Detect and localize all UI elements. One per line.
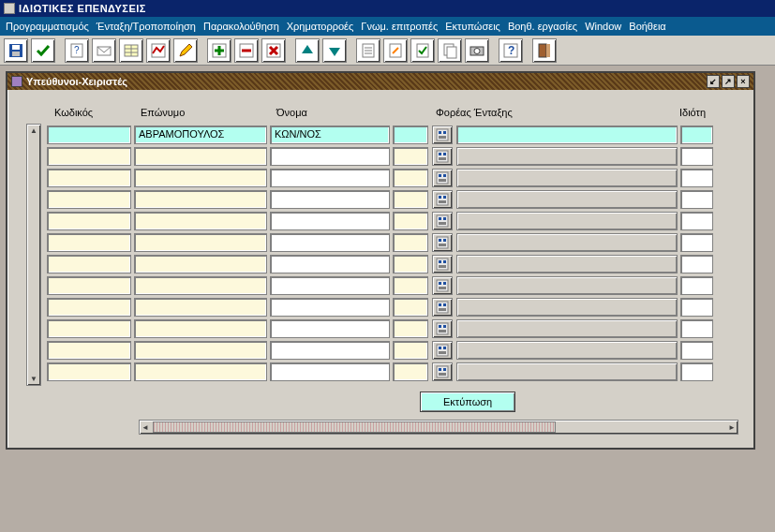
cell-name[interactable]	[270, 169, 390, 187]
menu-item[interactable]: Χρηματορροές	[287, 21, 354, 32]
cell-name[interactable]	[270, 298, 390, 317]
ok-icon[interactable]	[31, 38, 55, 63]
chart-icon[interactable]	[146, 38, 171, 63]
plus-icon[interactable]	[207, 38, 231, 63]
scroll-left-icon[interactable]: ◄	[142, 423, 149, 432]
cell-code[interactable]	[47, 319, 131, 338]
scroll-down-icon[interactable]: ▼	[30, 375, 37, 383]
cell-surname[interactable]	[134, 362, 267, 381]
arrow-down-icon[interactable]	[322, 38, 347, 63]
cell-foreias[interactable]	[456, 212, 678, 230]
cell-x1[interactable]	[393, 319, 428, 338]
cell-foreias[interactable]	[456, 298, 678, 317]
cell-idioti[interactable]	[680, 147, 713, 166]
cell-foreias[interactable]	[456, 362, 678, 381]
cell-surname[interactable]	[134, 147, 267, 166]
help-doc-icon[interactable]: ?	[65, 38, 89, 63]
lookup-button[interactable]	[432, 362, 453, 381]
cell-idioti[interactable]	[680, 212, 713, 230]
menu-item[interactable]: Γνωμ. επιτροπές	[361, 21, 438, 32]
cell-code[interactable]	[47, 233, 131, 252]
doc-edit-icon[interactable]	[383, 38, 408, 63]
cell-name[interactable]	[270, 147, 390, 166]
cell-name[interactable]	[270, 276, 390, 295]
cell-name[interactable]	[270, 190, 390, 209]
menu-item[interactable]: Βοήθεια	[629, 21, 665, 32]
cell-foreias[interactable]	[456, 126, 678, 144]
cell-name[interactable]	[270, 319, 390, 338]
cell-idioti[interactable]	[680, 362, 713, 381]
scroll-up-icon[interactable]: ▲	[30, 126, 37, 135]
cell-x1[interactable]	[393, 169, 428, 187]
lookup-button[interactable]	[432, 233, 453, 252]
cell-code[interactable]	[47, 362, 131, 381]
cell-foreias[interactable]	[456, 190, 678, 209]
cell-x1[interactable]	[393, 255, 428, 273]
scroll-right-icon[interactable]: ►	[728, 423, 736, 432]
cell-code[interactable]	[47, 190, 131, 209]
close-button[interactable]: ×	[737, 75, 750, 88]
snap-icon[interactable]	[465, 38, 489, 63]
cell-code[interactable]	[47, 298, 131, 317]
table-icon[interactable]	[119, 38, 143, 63]
cell-surname[interactable]	[134, 233, 267, 252]
cell-foreias[interactable]	[456, 255, 678, 273]
menu-item[interactable]: Ένταξη/Τροποποίηση	[97, 21, 196, 32]
minimize-button[interactable]: ↙	[707, 75, 720, 88]
minus-icon[interactable]	[234, 38, 259, 63]
cell-code[interactable]	[47, 255, 131, 273]
cell-x1[interactable]	[393, 276, 428, 295]
cell-name[interactable]	[270, 255, 390, 273]
cell-foreias[interactable]	[456, 147, 678, 166]
lookup-button[interactable]	[432, 126, 453, 144]
cell-name[interactable]	[270, 341, 390, 360]
cell-idioti[interactable]	[680, 126, 713, 144]
lookup-button[interactable]	[432, 276, 453, 295]
cell-code[interactable]	[47, 341, 131, 360]
cell-surname[interactable]	[134, 319, 267, 338]
cell-x1[interactable]	[393, 212, 428, 230]
cell-name[interactable]	[270, 362, 390, 381]
cell-idioti[interactable]	[680, 298, 713, 317]
cell-foreias[interactable]	[456, 233, 678, 252]
lookup-button[interactable]	[432, 319, 453, 338]
cell-idioti[interactable]	[680, 169, 713, 187]
cell-idioti[interactable]	[680, 255, 713, 273]
question-icon[interactable]: ?	[499, 38, 523, 63]
cell-x1[interactable]	[393, 233, 428, 252]
menu-item[interactable]: Παρακολούθηση	[203, 21, 279, 32]
lookup-button[interactable]	[432, 190, 453, 209]
cell-foreias[interactable]	[456, 169, 678, 187]
cell-surname[interactable]	[134, 341, 267, 360]
horizontal-scrollbar[interactable]: ◄ ►	[139, 420, 738, 435]
menu-item[interactable]: Προγραμματισμός	[6, 21, 89, 32]
save-icon[interactable]	[4, 38, 28, 63]
cell-name[interactable]	[270, 233, 390, 252]
lookup-button[interactable]	[432, 169, 453, 187]
exit-icon[interactable]	[532, 38, 557, 63]
cell-code[interactable]	[47, 276, 131, 295]
cell-code[interactable]	[47, 212, 131, 230]
lookup-button[interactable]	[432, 255, 453, 273]
cell-x1[interactable]	[393, 190, 428, 209]
cell-idioti[interactable]	[680, 190, 713, 209]
doc-copy-icon[interactable]	[438, 38, 462, 63]
cell-surname[interactable]	[134, 190, 267, 209]
cell-x1[interactable]	[393, 341, 428, 360]
cell-idioti[interactable]	[680, 341, 713, 360]
cell-surname[interactable]	[134, 276, 267, 295]
lookup-button[interactable]	[432, 298, 453, 317]
cell-code[interactable]	[47, 147, 131, 166]
maximize-button[interactable]: ↗	[722, 75, 735, 88]
menu-item[interactable]: Window	[585, 21, 621, 32]
cell-idioti[interactable]	[680, 319, 713, 338]
arrow-up-icon[interactable]	[295, 38, 320, 63]
cell-name[interactable]: ΚΩΝ/ΝΟΣ	[270, 126, 390, 144]
cell-idioti[interactable]	[680, 233, 713, 252]
cell-foreias[interactable]	[456, 276, 678, 295]
vertical-scrollbar[interactable]: ▲ ▼	[26, 124, 41, 386]
pencil-icon[interactable]	[173, 38, 198, 63]
doc-check-icon[interactable]	[410, 38, 435, 63]
lookup-button[interactable]	[432, 147, 453, 166]
cell-surname[interactable]	[134, 169, 267, 187]
